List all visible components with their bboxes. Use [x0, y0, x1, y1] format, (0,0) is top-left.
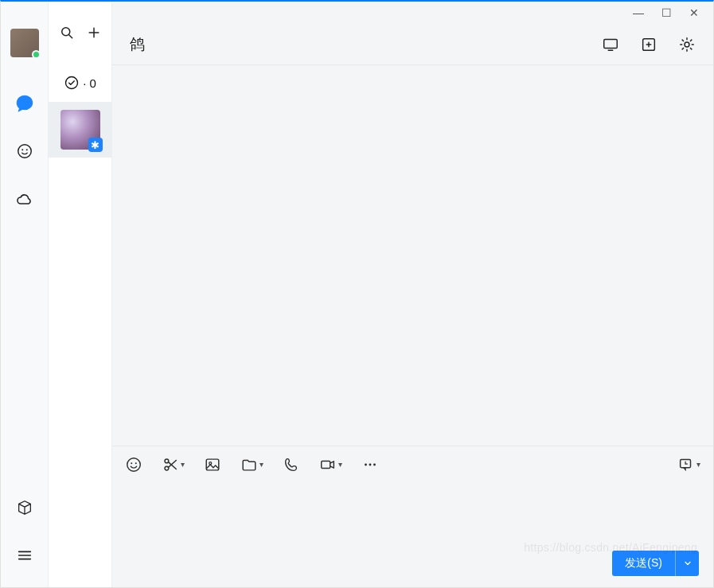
screen-share-button[interactable]: [602, 36, 619, 53]
svg-point-10: [135, 462, 137, 464]
history-button[interactable]: ▾: [677, 456, 700, 473]
rail-menu[interactable]: [1, 532, 49, 579]
svg-point-2: [25, 149, 27, 150]
conversation-avatar: [60, 110, 100, 150]
hamburger-icon: [16, 547, 33, 564]
rail-emoji[interactable]: [1, 127, 49, 175]
svg-point-7: [685, 42, 689, 47]
send-button-label: 发送(S): [612, 551, 675, 576]
svg-point-9: [131, 462, 132, 464]
rail-box[interactable]: [1, 484, 49, 532]
history-icon: [677, 456, 695, 473]
svg-point-17: [369, 463, 372, 465]
online-status-dot: [32, 50, 41, 59]
chat-title: 鸽: [130, 34, 602, 55]
status-count: 0: [89, 76, 96, 90]
svg-point-3: [61, 28, 69, 36]
chevron-down-icon: ▾: [259, 460, 263, 469]
emoji-icon: [125, 456, 142, 473]
check-circle-icon: [64, 75, 80, 91]
user-avatar[interactable]: [10, 29, 39, 57]
emoji-button[interactable]: [125, 456, 142, 473]
svg-point-18: [373, 463, 376, 465]
rail-chat[interactable]: [1, 80, 49, 127]
rail-bottom: [1, 484, 48, 579]
image-icon: [204, 456, 221, 473]
svg-point-16: [365, 463, 367, 465]
monitor-icon: [602, 36, 619, 53]
scissors-icon: [162, 456, 179, 473]
chevron-down-icon: [683, 559, 693, 568]
phone-icon: [283, 456, 300, 473]
cloud-icon: [15, 189, 34, 208]
add-square-icon: [640, 36, 657, 53]
svg-point-1: [21, 149, 23, 150]
window-controls: — ☐ ✕: [112, 2, 713, 24]
conversation-item[interactable]: [49, 102, 111, 158]
screenshot-button[interactable]: ▾: [162, 456, 185, 473]
list-toolbar: [49, 2, 111, 64]
chevron-down-icon: ▾: [181, 460, 185, 469]
cube-icon: [16, 499, 33, 516]
folder-icon: [240, 456, 258, 473]
chat-header-actions: [602, 36, 696, 53]
close-button[interactable]: ✕: [689, 7, 699, 18]
add-panel-button[interactable]: [640, 36, 657, 53]
rail-cloud[interactable]: [1, 175, 49, 223]
svg-point-8: [127, 458, 141, 471]
status-sep: ·: [83, 76, 86, 90]
chat-settings-button[interactable]: [678, 36, 696, 53]
image-button[interactable]: [204, 456, 221, 473]
status-row[interactable]: · 0: [49, 64, 111, 102]
call-button[interactable]: [283, 456, 300, 473]
gear-icon: [678, 36, 696, 53]
chat-main: — ☐ ✕ 鸽: [112, 2, 713, 587]
svg-rect-5: [604, 39, 618, 48]
message-input[interactable]: 发送(S) https://blog.csdn.net/AiFengipeng: [112, 482, 713, 587]
send-button[interactable]: 发送(S): [612, 551, 699, 576]
left-rail: [1, 2, 49, 587]
svg-rect-15: [322, 461, 330, 468]
maximize-button[interactable]: ☐: [661, 7, 672, 18]
file-button[interactable]: ▾: [240, 456, 263, 473]
chevron-down-icon: ▾: [338, 460, 342, 469]
conversation-list: · 0: [49, 2, 112, 587]
message-area[interactable]: [112, 65, 713, 446]
chat-bubble-icon: [14, 93, 35, 114]
more-button[interactable]: [361, 456, 379, 473]
plus-icon[interactable]: [86, 25, 102, 41]
more-icon: [361, 456, 379, 473]
svg-rect-13: [206, 459, 219, 470]
chat-header: 鸽: [112, 24, 713, 65]
svg-point-0: [18, 145, 31, 158]
svg-point-4: [66, 77, 78, 89]
bot-badge-icon: [88, 138, 103, 152]
video-button[interactable]: ▾: [319, 456, 342, 473]
minimize-button[interactable]: —: [633, 7, 644, 18]
send-options-button[interactable]: [675, 551, 699, 576]
video-icon: [319, 456, 337, 473]
search-icon[interactable]: [59, 25, 75, 41]
compose-toolbar: ▾ ▾ ▾: [112, 446, 713, 482]
chevron-down-icon: ▾: [696, 460, 700, 469]
smiley-icon: [16, 142, 33, 160]
